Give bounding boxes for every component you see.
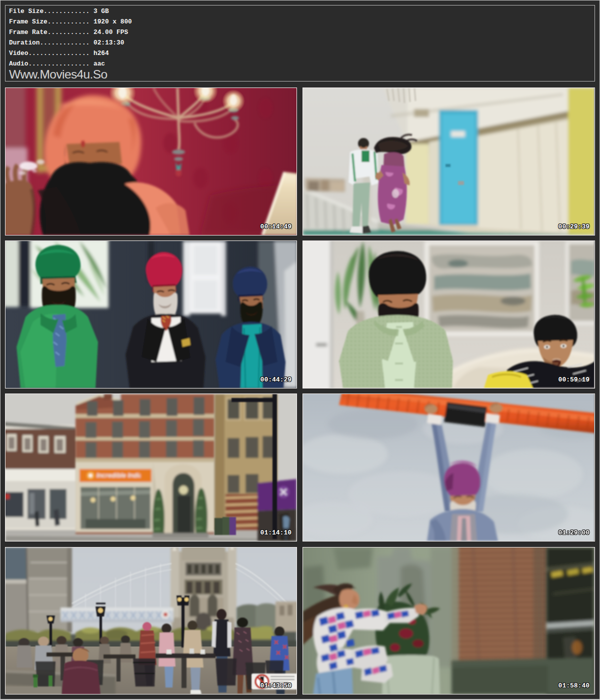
- svg-text:Incredible India: Incredible India: [96, 472, 142, 479]
